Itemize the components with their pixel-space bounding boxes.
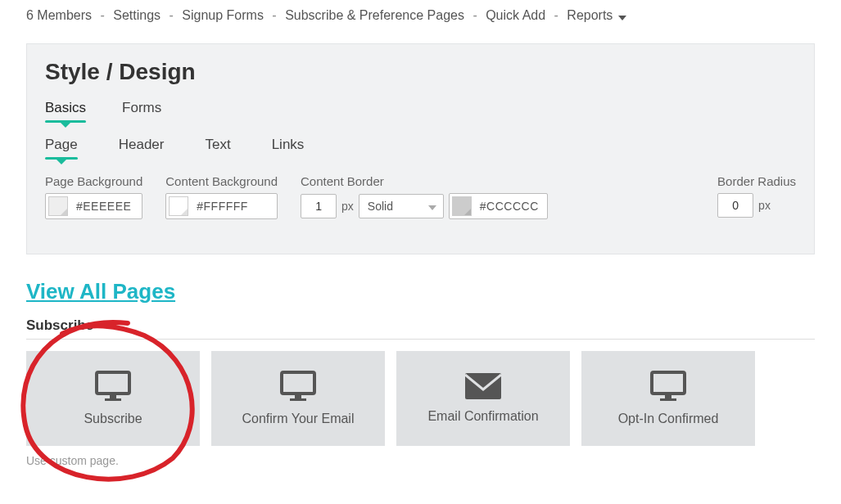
subtab-header[interactable]: Header xyxy=(119,132,165,160)
svg-rect-5 xyxy=(290,398,306,401)
cards-row: Subscribe Confirm Your Email Email Confi… xyxy=(26,351,815,446)
card-subscribe[interactable]: Subscribe xyxy=(26,351,200,446)
card-email-confirmation[interactable]: Email Confirmation xyxy=(396,351,570,446)
color-picker-border[interactable]: #CCCCCC xyxy=(449,193,548,219)
crumb-reports-label: Reports xyxy=(567,8,613,22)
card-confirm-your-email[interactable]: Confirm Your Email xyxy=(211,351,385,446)
crumb-subscribe-preference[interactable]: Subscribe & Preference Pages xyxy=(285,8,464,22)
select-value: Solid xyxy=(368,200,393,213)
crumb-settings[interactable]: Settings xyxy=(113,8,161,22)
svg-rect-2 xyxy=(105,398,121,401)
monitor-icon xyxy=(650,371,686,402)
svg-rect-4 xyxy=(295,395,301,398)
crumb-members[interactable]: 6 Members xyxy=(26,8,92,22)
color-hex-value: #FFFFFF xyxy=(197,200,248,213)
svg-rect-7 xyxy=(652,372,685,394)
control-page-background: Page Background #EEEEEE xyxy=(45,174,142,219)
tab-forms[interactable]: Forms xyxy=(122,95,161,123)
color-picker-page-bg[interactable]: #EEEEEE xyxy=(45,193,142,219)
envelope-icon xyxy=(465,373,501,399)
svg-rect-3 xyxy=(282,372,314,394)
crumb-reports[interactable]: Reports xyxy=(567,8,626,22)
subtab-text[interactable]: Text xyxy=(205,132,230,160)
separator: - xyxy=(170,8,174,22)
control-label: Content Background xyxy=(165,174,278,188)
card-optin-confirmed[interactable]: Opt-In Confirmed xyxy=(581,351,755,446)
use-custom-page-text: Use custom page. xyxy=(26,454,815,467)
color-swatch-icon xyxy=(169,196,188,216)
chevron-down-icon xyxy=(428,200,436,213)
tab-basics[interactable]: Basics xyxy=(45,95,86,123)
control-content-border: Content Border px Solid #CCCCCC xyxy=(301,174,548,219)
controls-row: Page Background #EEEEEE Content Backgrou… xyxy=(45,174,796,219)
border-width-input[interactable] xyxy=(301,194,337,218)
subtab-page[interactable]: Page xyxy=(45,132,78,160)
color-hex-value: #EEEEEE xyxy=(76,200,131,213)
style-design-panel: Style / Design Basics Forms Page Header … xyxy=(26,43,815,254)
border-style-select[interactable]: Solid xyxy=(359,194,444,218)
crumb-quick-add[interactable]: Quick Add xyxy=(486,8,545,22)
svg-rect-6 xyxy=(465,373,501,399)
crumb-signup-forms[interactable]: Signup Forms xyxy=(182,8,264,22)
breadcrumb: 6 Members - Settings - Signup Forms - Su… xyxy=(0,0,841,29)
color-swatch-icon xyxy=(48,196,68,216)
control-label: Page Background xyxy=(45,174,142,188)
panel-title: Style / Design xyxy=(45,59,796,85)
svg-rect-8 xyxy=(665,395,671,398)
monitor-icon xyxy=(95,371,131,402)
svg-rect-0 xyxy=(97,372,129,394)
unit-label: px xyxy=(758,199,771,212)
card-label: Confirm Your Email xyxy=(242,412,355,426)
separator: - xyxy=(554,8,558,22)
separator: - xyxy=(272,8,276,22)
color-hex-value: #CCCCCC xyxy=(480,200,539,213)
divider xyxy=(26,339,815,340)
card-label: Subscribe xyxy=(84,412,142,426)
control-label: Content Border xyxy=(301,174,548,188)
card-label: Opt-In Confirmed xyxy=(618,412,719,426)
section-title-subscribe: Subscribe xyxy=(26,317,815,334)
svg-rect-1 xyxy=(110,395,116,398)
separator: - xyxy=(100,8,104,22)
control-label: Border Radius xyxy=(717,174,796,188)
card-label: Email Confirmation xyxy=(427,409,538,424)
subtab-links[interactable]: Links xyxy=(272,132,305,160)
tabs-primary: Basics Forms xyxy=(45,95,796,124)
caret-down-icon xyxy=(618,9,626,24)
color-picker-content-bg[interactable]: #FFFFFF xyxy=(165,193,278,219)
monitor-icon xyxy=(280,371,316,402)
svg-rect-9 xyxy=(660,398,676,401)
separator: - xyxy=(472,8,477,22)
unit-label: px xyxy=(341,200,354,213)
tabs-secondary: Page Header Text Links xyxy=(45,132,796,160)
border-radius-input[interactable] xyxy=(717,193,753,218)
view-all-pages-link[interactable]: View All Pages xyxy=(26,279,175,304)
color-swatch-icon xyxy=(452,196,472,216)
control-content-background: Content Background #FFFFFF xyxy=(165,174,278,219)
control-border-radius: Border Radius px xyxy=(717,174,796,218)
